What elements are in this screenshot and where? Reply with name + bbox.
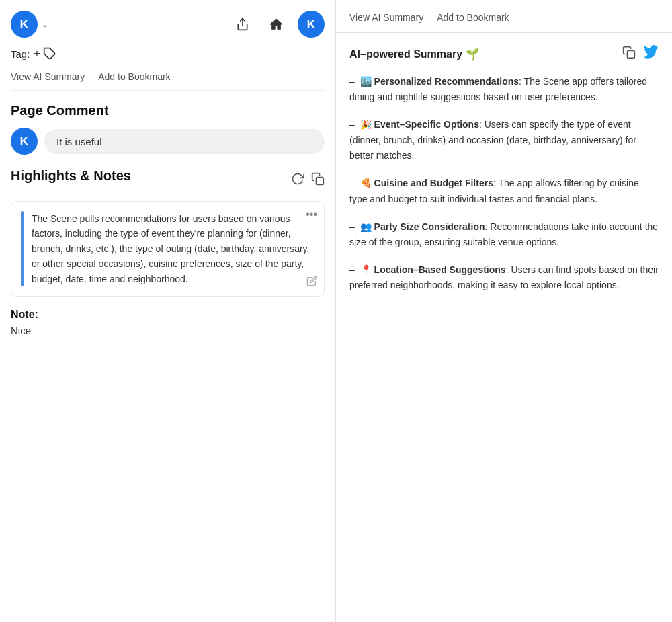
comment-bubble: It is useful	[44, 129, 325, 154]
note-text: Nice	[11, 325, 325, 336]
ai-copy-button[interactable]	[622, 46, 636, 63]
view-ai-summary-link-left[interactable]: View AI Summary	[11, 71, 85, 82]
page-comment-title: Page Comment	[11, 103, 325, 118]
twitter-button[interactable]	[644, 45, 659, 63]
summary-dash: –	[349, 221, 355, 232]
summary-item: – 👥 Party Size Consideration: Recommenda…	[349, 219, 659, 250]
svg-rect-3	[628, 51, 635, 59]
summary-dash: –	[349, 119, 355, 130]
left-panel: K ⌄ K Tag: +	[0, 0, 336, 622]
avatar-secondary[interactable]: K	[298, 11, 325, 38]
highlight-card: ••• The Scene pulls recommendations for …	[11, 201, 325, 297]
highlights-icons	[291, 172, 325, 189]
top-bar: K ⌄ K	[11, 11, 325, 38]
refresh-button[interactable]	[291, 172, 304, 189]
plus-icon: +	[34, 48, 40, 60]
note-title: Note:	[11, 309, 325, 321]
summary-item: – 🍕 Cuisine and Budget Filters: The app …	[349, 176, 659, 206]
home-button[interactable]	[264, 12, 288, 36]
highlight-inner: The Scene pulls recommendations for user…	[11, 211, 314, 286]
comment-row: K It is useful	[11, 128, 325, 155]
view-ai-summary-link-right[interactable]: View AI Summary	[349, 12, 423, 23]
avatar[interactable]: K	[11, 11, 38, 38]
right-panel: View AI Summary Add to Bookmark AI–power…	[336, 0, 672, 622]
note-section: Note: Nice	[11, 309, 325, 336]
summary-dash: –	[349, 264, 355, 275]
summary-dash: –	[349, 178, 355, 188]
copy-button[interactable]	[311, 172, 325, 189]
svg-rect-2	[317, 178, 324, 185]
edit-icon[interactable]	[306, 276, 317, 289]
tag-row: Tag: +	[11, 47, 325, 61]
tag-icon	[43, 47, 56, 61]
chevron-down-icon[interactable]: ⌄	[42, 20, 48, 29]
highlight-text: The Scene pulls recommendations for user…	[32, 211, 314, 286]
highlight-bar	[21, 211, 24, 286]
summary-item: – 🏙️ Personalized Recommendations: The S…	[349, 74, 659, 105]
top-icons: K	[230, 11, 325, 38]
summary-item: – 🎉 Event–Specific Options: Users can sp…	[349, 117, 659, 163]
summary-dash: –	[349, 76, 355, 87]
add-bookmark-link-left[interactable]: Add to Bookmark	[98, 71, 170, 82]
highlights-header: Highlights & Notes	[11, 168, 325, 193]
ai-summary-title: AI–powered Summary 🌱	[349, 48, 479, 61]
tag-add-button[interactable]: +	[34, 47, 56, 61]
ai-header-icons	[622, 45, 659, 63]
tag-label: Tag:	[11, 48, 30, 60]
share-button[interactable]	[230, 12, 255, 36]
avatar-row: K ⌄	[11, 11, 48, 38]
left-action-row: View AI Summary Add to Bookmark	[11, 71, 325, 91]
ai-summary-header: AI–powered Summary 🌱	[349, 45, 659, 63]
summary-items-container: – 🏙️ Personalized Recommendations: The S…	[349, 74, 659, 293]
highlights-notes-title: Highlights & Notes	[11, 168, 131, 184]
summary-item: – 📍 Location–Based Suggestions: Users ca…	[349, 262, 659, 293]
more-options-button[interactable]: •••	[306, 208, 317, 221]
add-bookmark-link-right[interactable]: Add to Bookmark	[437, 12, 509, 23]
comment-avatar: K	[11, 128, 38, 155]
right-content: AI–powered Summary 🌱 – 🏙️ Personalized R…	[336, 33, 672, 622]
right-top-bar: View AI Summary Add to Bookmark	[336, 0, 672, 33]
